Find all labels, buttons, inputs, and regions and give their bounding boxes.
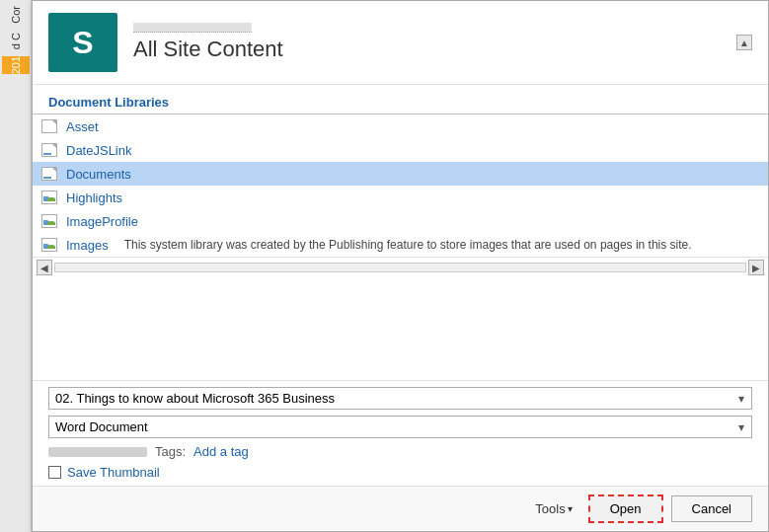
file-picker-dialog: S All Site Content ▲ Document Libraries …	[32, 0, 769, 532]
imageprofile-icon	[40, 213, 58, 229]
library-item-highlights[interactable]: Highlights	[33, 186, 768, 209]
library-item-asset[interactable]: Asset	[33, 114, 768, 138]
type-dropdown[interactable]: Word Document	[48, 416, 752, 438]
highlights-icon	[40, 190, 58, 205]
folder-dropdown-row: 02. Things to know about Microsoft 365 B…	[48, 387, 752, 410]
type-dropdown-wrapper: Word Document	[48, 416, 752, 438]
open-button[interactable]: Open	[588, 494, 663, 523]
images-icon	[40, 237, 58, 253]
dialog-content: Document Libraries Asset	[33, 85, 768, 380]
scroll-up-button[interactable]: ▲	[736, 35, 752, 50]
libraries-section: Document Libraries	[33, 85, 768, 114]
thumbnail-checkbox[interactable]	[48, 466, 61, 479]
asset-icon	[40, 118, 58, 134]
documents-icon	[40, 166, 58, 182]
site-url-bar	[133, 23, 252, 33]
library-item-documents[interactable]: Documents	[33, 162, 768, 186]
library-item-datejslink[interactable]: DateJSLink	[33, 138, 768, 162]
sidebar: Cor d C 201	[0, 0, 32, 532]
library-list: Asset DateJSLink	[33, 114, 768, 257]
horizontal-scrollbar: ◀ ▶	[33, 257, 768, 277]
tools-label: Tools	[535, 501, 565, 516]
sidebar-item-2[interactable]: d C	[8, 31, 24, 54]
thumbnail-label: Save Thumbnail	[67, 465, 160, 480]
add-tag-link[interactable]: Add a tag	[193, 444, 249, 459]
library-item-images[interactable]: Images This system library was created b…	[33, 233, 768, 257]
sidebar-item-1[interactable]: Cor	[8, 4, 24, 29]
dialog-footer: Tools ▾ Open Cancel	[33, 486, 768, 531]
datejslink-icon	[40, 142, 58, 158]
tools-dropdown-arrow[interactable]: ▾	[568, 503, 573, 514]
tags-label: Tags:	[155, 444, 186, 459]
site-logo: S	[48, 13, 117, 72]
folder-dropdown-wrapper: 02. Things to know about Microsoft 365 B…	[48, 387, 752, 410]
sidebar-item-3[interactable]: 201	[2, 56, 30, 74]
tags-row: Tags: Add a tag	[48, 444, 752, 459]
header-info: All Site Content	[133, 23, 283, 62]
type-dropdown-row: Word Document	[48, 416, 752, 438]
section-title: Document Libraries	[48, 95, 752, 110]
dialog-bottom: 02. Things to know about Microsoft 365 B…	[33, 380, 768, 486]
library-item-imageprofile[interactable]: ImageProfile	[33, 209, 768, 233]
scroll-right-button[interactable]: ▶	[748, 260, 764, 275]
tools-group: Tools ▾	[535, 501, 572, 516]
cancel-button[interactable]: Cancel	[671, 495, 752, 522]
scroll-track[interactable]	[54, 263, 746, 272]
thumbnail-row: Save Thumbnail	[48, 465, 752, 480]
scroll-left-button[interactable]: ◀	[37, 260, 52, 275]
author-placeholder	[48, 447, 147, 457]
site-title: All Site Content	[133, 37, 283, 62]
folder-dropdown[interactable]: 02. Things to know about Microsoft 365 B…	[48, 387, 752, 410]
dialog-header: S All Site Content ▲	[33, 1, 768, 85]
